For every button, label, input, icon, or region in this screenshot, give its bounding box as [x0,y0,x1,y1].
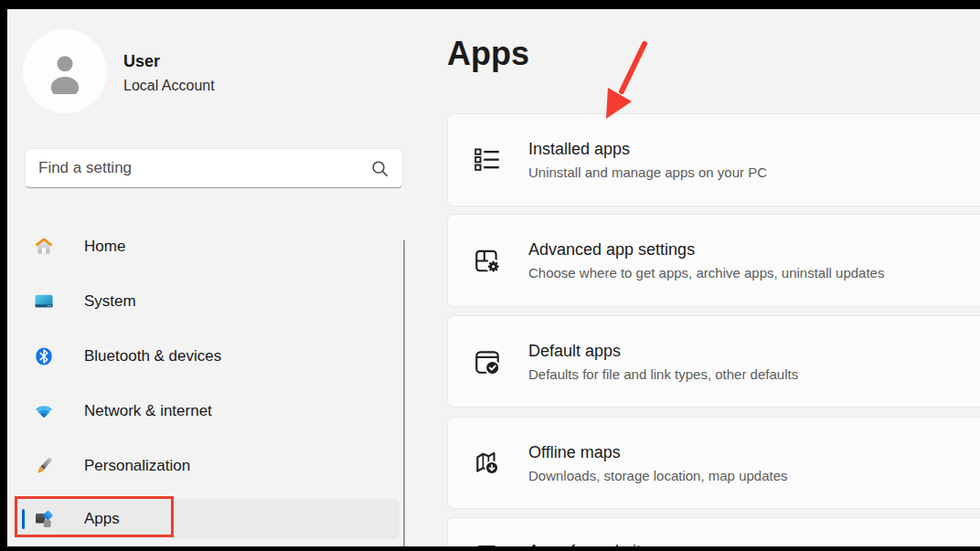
sidebar-item-label: Bluetooth & devices [84,347,221,366]
offline-maps-icon [473,449,502,478]
user-account-type: Local Account [123,78,215,94]
frame-left [0,0,7,551]
system-icon [33,291,55,313]
search-box[interactable] [25,148,403,188]
annotation-arrow [594,35,658,126]
frame-bottom [0,546,980,551]
card-subtitle: Downloads, storage location, map updates [528,468,788,483]
sidebar-item-label: Home [84,238,125,256]
card-subtitle: Defaults for file and link types, other … [528,366,798,382]
card-subtitle: Uninstall and manage apps on your PC [528,164,767,180]
person-icon [42,48,88,94]
sidebar-item-label: Network & internet [84,402,212,420]
sidebar-item-label: Personalization [84,457,190,475]
card-default-apps[interactable]: Default apps Defaults for file and link … [447,315,980,408]
network-icon [33,400,55,422]
advanced-app-settings-icon [473,246,502,275]
sidebar-item-label: System [84,292,136,311]
bluetooth-icon [33,345,55,367]
card-offline-maps[interactable]: Offline maps Downloads, storage location… [447,417,980,509]
sidebar-item-personalization[interactable]: Personalization [13,446,399,486]
user-name: User [123,52,160,71]
sidebar-item-home[interactable]: Home [13,227,399,267]
default-apps-icon [473,347,502,376]
annotation-box [15,496,174,537]
installed-apps-icon [473,145,502,175]
personalization-icon [33,455,55,477]
page-title: Apps [447,35,529,73]
frame-top [0,0,980,9]
settings-window: User Local Account Home System [0,0,980,551]
search-icon [370,159,389,178]
sidebar-scrollbar[interactable] [403,240,405,546]
card-advanced-app-settings[interactable]: Advanced app settings Choose where to ge… [447,214,980,307]
avatar[interactable] [23,29,107,113]
card-subtitle: Choose where to get apps, archive apps, … [528,265,884,281]
sidebar-item-bluetooth-devices[interactable]: Bluetooth & devices [13,336,399,376]
search-input[interactable] [38,159,370,177]
sidebar-item-system[interactable]: System [13,281,399,322]
sidebar-item-network-internet[interactable]: Network & internet [13,391,399,431]
card-title: Installed apps [528,140,767,159]
card-title: Offline maps [528,443,788,462]
home-icon [33,236,55,258]
card-installed-apps[interactable]: Installed apps Uninstall and manage apps… [447,113,980,207]
card-title: Default apps [528,342,798,361]
card-title: Advanced app settings [528,240,884,260]
